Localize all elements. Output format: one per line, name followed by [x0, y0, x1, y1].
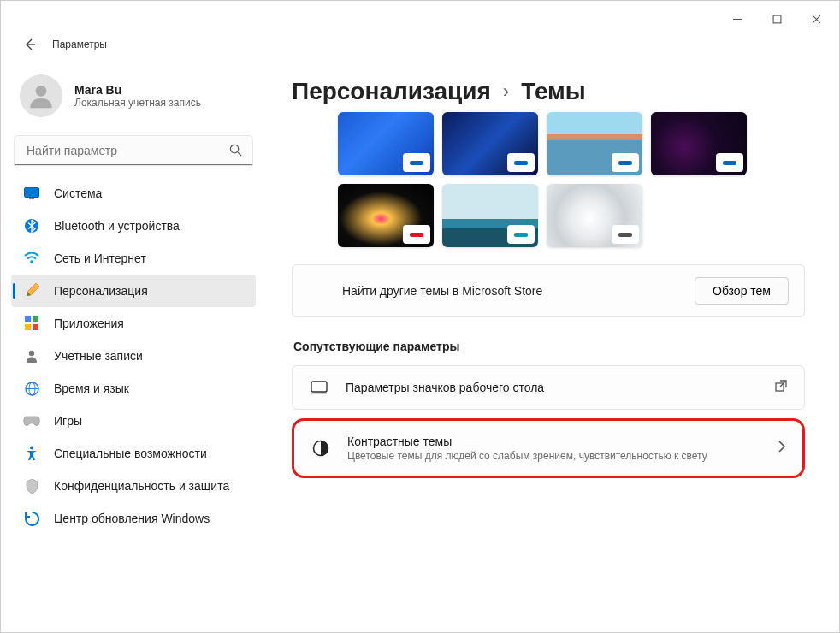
breadcrumb: Персонализация › Темы — [292, 78, 805, 105]
svg-rect-15 — [33, 324, 38, 330]
search-input[interactable] — [15, 136, 252, 165]
display-icon — [23, 185, 40, 202]
breadcrumb-current: Темы — [521, 78, 586, 105]
theme-tile-5[interactable] — [338, 184, 434, 247]
breadcrumb-parent[interactable]: Персонализация — [292, 78, 491, 105]
theme-tile-7[interactable] — [547, 184, 642, 247]
svg-point-11 — [30, 260, 33, 263]
themes-grid — [338, 112, 805, 247]
contrast-icon — [311, 440, 330, 457]
shield-icon — [23, 477, 40, 494]
apps-icon — [23, 315, 40, 332]
nav-label: Время и язык — [54, 382, 129, 395]
user-subtitle: Локальная учетная запись — [74, 97, 201, 109]
nav-label: Специальные возможности — [54, 447, 207, 460]
related-section-title: Сопутствующие параметры — [293, 340, 805, 353]
sidebar: Mara Bu Локальная учетная запись Система… — [1, 52, 266, 632]
theme-tile-6[interactable] — [442, 184, 538, 247]
svg-point-16 — [29, 351, 34, 356]
sidebar-item-update[interactable]: Центр обновления Windows — [11, 502, 256, 535]
user-name: Mara Bu — [74, 83, 201, 97]
app-title: Параметры — [52, 38, 107, 50]
nav: Система Bluetooth и устройства Сеть и Ин… — [11, 177, 256, 535]
nav-label: Bluetooth и устройства — [54, 219, 180, 233]
main-content: Персонализация › Темы Найти другие темы … — [266, 52, 839, 632]
theme-tile-2[interactable] — [442, 112, 538, 175]
wifi-icon — [23, 250, 40, 267]
avatar — [20, 74, 62, 117]
contrast-title: Контрастные темы — [347, 435, 707, 448]
svg-point-20 — [30, 447, 33, 450]
chevron-right-icon: › — [503, 80, 509, 103]
svg-rect-14 — [25, 324, 31, 330]
sidebar-item-system[interactable]: Система — [11, 177, 256, 210]
sidebar-item-accessibility[interactable]: Специальные возможности — [11, 437, 256, 470]
nav-label: Приложения — [54, 316, 124, 330]
brush-icon — [23, 282, 40, 299]
user-icon — [27, 81, 56, 110]
accessibility-icon — [23, 445, 40, 462]
nav-label: Персонализация — [54, 284, 148, 298]
chevron-right-icon — [778, 441, 785, 456]
theme-tile-1[interactable] — [338, 112, 434, 175]
browse-themes-button[interactable]: Обзор тем — [695, 277, 789, 305]
maximize-button[interactable] — [757, 5, 796, 33]
theme-tile-4[interactable] — [651, 112, 747, 175]
sidebar-item-accounts[interactable]: Учетные записи — [11, 340, 256, 372]
desktop-icons-title: Параметры значков рабочего стола — [346, 381, 544, 394]
nav-label: Игры — [54, 414, 82, 428]
store-label: Найти другие темы в Microsoft Store — [342, 284, 542, 298]
nav-label: Конфиденциальность и защита — [54, 479, 229, 493]
contrast-subtitle: Цветовые темы для людей со слабым зрение… — [347, 450, 707, 462]
gamepad-icon — [23, 412, 40, 429]
nav-label: Учетные записи — [54, 349, 143, 363]
store-row: Найти другие темы в Microsoft Store Обзо… — [292, 264, 805, 317]
bluetooth-icon — [23, 217, 40, 234]
user-block[interactable]: Mara Bu Локальная учетная запись — [11, 69, 256, 133]
external-link-icon — [775, 380, 787, 395]
sidebar-item-personalization[interactable]: Персонализация — [11, 275, 256, 307]
sidebar-item-time[interactable]: Время и язык — [11, 372, 256, 405]
sidebar-item-privacy[interactable]: Конфиденциальность и защита — [11, 470, 256, 502]
desktop-icons-card[interactable]: Параметры значков рабочего стола — [292, 365, 805, 410]
svg-point-5 — [36, 86, 47, 97]
svg-rect-12 — [25, 316, 31, 322]
sidebar-item-bluetooth[interactable]: Bluetooth и устройства — [11, 210, 256, 242]
svg-rect-13 — [33, 316, 38, 322]
sidebar-item-gaming[interactable]: Игры — [11, 405, 256, 437]
theme-tile-3[interactable] — [547, 112, 642, 175]
nav-label: Центр обновления Windows — [54, 512, 210, 525]
svg-rect-1 — [773, 15, 781, 23]
sidebar-item-apps[interactable]: Приложения — [11, 307, 256, 340]
search-icon — [229, 144, 242, 160]
arrow-left-icon — [23, 38, 37, 51]
window-titlebar — [1, 1, 839, 37]
update-icon — [23, 510, 40, 527]
svg-rect-9 — [29, 198, 34, 199]
accounts-icon — [23, 347, 40, 364]
desktop-icon — [310, 381, 328, 394]
svg-line-7 — [238, 152, 241, 156]
minimize-button[interactable] — [718, 5, 757, 33]
clock-globe-icon — [23, 380, 40, 397]
svg-point-6 — [230, 145, 238, 152]
contrast-themes-card[interactable]: Контрастные темы Цветовые темы для людей… — [292, 418, 805, 478]
svg-rect-8 — [25, 188, 39, 198]
header-row: Параметры — [1, 37, 839, 52]
search-box — [15, 136, 252, 165]
close-button[interactable] — [796, 5, 836, 33]
sidebar-item-network[interactable]: Сеть и Интернет — [11, 242, 256, 275]
nav-label: Система — [54, 186, 102, 200]
svg-rect-21 — [311, 382, 327, 392]
nav-label: Сеть и Интернет — [54, 251, 146, 265]
